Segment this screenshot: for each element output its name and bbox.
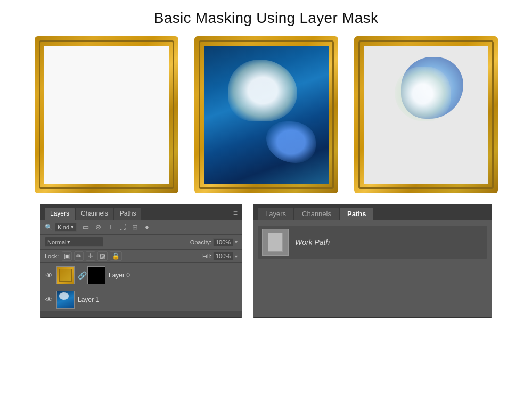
search-icon: 🔍: [45, 224, 53, 231]
path-thumb-inner: [268, 233, 283, 252]
kind-label: Kind: [58, 224, 69, 231]
lock-all-icon[interactable]: 🔒: [110, 251, 122, 261]
layer-filter-image-icon[interactable]: ▭: [81, 223, 91, 231]
fill-label: Fill:: [202, 253, 211, 259]
layer-thumb-0: [56, 266, 75, 284]
frames-area: [0, 36, 532, 193]
right-panel-content: Work Path: [253, 220, 492, 264]
layer-link-icon-0: 🔗: [78, 271, 84, 280]
layer-visibility-icon-0[interactable]: 👁: [45, 271, 53, 280]
layer-name-1: Layer 1: [78, 296, 238, 303]
tool-icons-row: ▭ ⊘ T ⛶ ⊞ ●: [81, 223, 152, 231]
layer-name-0: Layer 0: [109, 272, 238, 279]
frame-1: [35, 36, 178, 193]
layer-filter-shape-icon[interactable]: ⛶: [118, 223, 127, 231]
right-panel-bottom: [253, 264, 492, 317]
tab-layers[interactable]: Layers: [45, 208, 75, 220]
tab-channels[interactable]: Channels: [76, 208, 113, 220]
blend-mode-dropdown[interactable]: Normal ▾: [45, 237, 103, 247]
opacity-group: Opacity: 100% ▾: [190, 238, 238, 246]
lock-transparent-icon[interactable]: ▣: [62, 251, 72, 261]
right-tab-paths[interactable]: Paths: [340, 208, 373, 220]
left-panel: Layers Channels Paths ≡ 🔍 Kind ▾ ▭ ⊘ T ⛶…: [40, 204, 242, 318]
panel-tabs: Layers Channels Paths ≡: [40, 204, 242, 220]
frame-3-content: [364, 46, 488, 184]
layer-visibility-icon-1[interactable]: 👁: [45, 295, 53, 304]
layer-filter-adjust-icon[interactable]: ⊘: [93, 223, 103, 231]
lock-icons: ▣ ✏ ✛ ▨ 🔒: [62, 251, 122, 261]
opacity-value[interactable]: 100%: [213, 238, 233, 246]
lock-move-icon[interactable]: ✛: [86, 251, 95, 261]
page-title: Basic Masking Using Layer Mask: [0, 0, 532, 27]
kind-dropdown[interactable]: Kind ▾: [55, 223, 77, 232]
layer-filter-type-icon[interactable]: T: [105, 223, 115, 231]
path-name: Work Path: [295, 238, 330, 246]
panels-area: Layers Channels Paths ≡ 🔍 Kind ▾ ▭ ⊘ T ⛶…: [0, 204, 532, 318]
right-tab-layers[interactable]: Layers: [258, 208, 293, 220]
tab-paths[interactable]: Paths: [114, 208, 142, 220]
fill-arrow-icon: ▾: [235, 253, 238, 259]
opacity-label: Opacity:: [190, 239, 211, 245]
layer-row-1[interactable]: 👁 Layer 1: [40, 287, 242, 312]
fill-value[interactable]: 100%: [213, 252, 233, 260]
mode-row: Normal ▾ Opacity: 100% ▾: [40, 235, 242, 250]
layer-thumb-1: [56, 291, 75, 309]
frame-2: [194, 36, 338, 193]
layer-row-0[interactable]: 👁 🔗 Layer 0: [40, 263, 242, 287]
panel-menu-icon[interactable]: ≡: [233, 209, 238, 217]
lock-artboard-icon[interactable]: ▨: [97, 251, 108, 261]
layer-filter-pixel-icon[interactable]: ●: [142, 223, 152, 231]
lock-paint-icon[interactable]: ✏: [74, 251, 84, 261]
path-thumb: [262, 229, 289, 256]
blend-mode-arrow-icon: ▾: [67, 239, 70, 245]
right-panel: Layers Channels Paths Work Path: [253, 204, 492, 318]
lock-label: Lock:: [45, 253, 59, 259]
right-tab-channels[interactable]: Channels: [294, 208, 339, 220]
right-panel-tabs: Layers Channels Paths: [253, 204, 492, 220]
layer-filter-smart-icon[interactable]: ⊞: [130, 223, 140, 231]
blend-mode-value: Normal: [47, 239, 66, 245]
panel-toolbar: 🔍 Kind ▾ ▭ ⊘ T ⛶ ⊞ ●: [40, 220, 242, 235]
path-row-work-path[interactable]: Work Path: [258, 226, 487, 259]
lock-row: Lock: ▣ ✏ ✛ ▨ 🔒 Fill: 100% ▾: [40, 250, 242, 263]
frame-1-content: [44, 46, 169, 184]
frame-2-content: [204, 46, 329, 184]
opacity-arrow-icon: ▾: [235, 239, 238, 245]
fill-group: Fill: 100% ▾: [202, 252, 238, 260]
tool-search: 🔍: [45, 224, 53, 231]
layer-mask-thumb-0: [87, 266, 105, 284]
frame-3: [354, 36, 498, 193]
dropdown-arrow-icon: ▾: [71, 224, 74, 231]
